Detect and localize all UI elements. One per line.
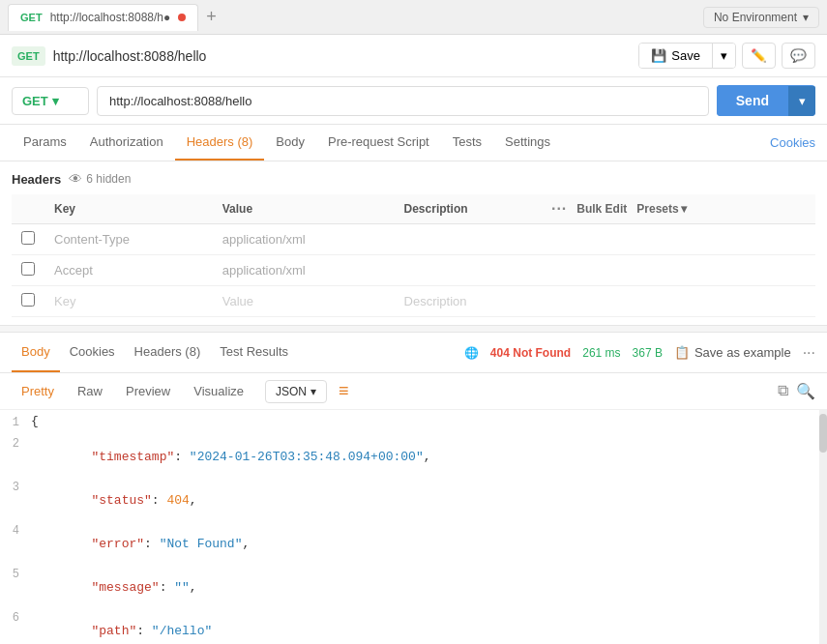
environment-label: No Environment <box>714 11 797 24</box>
headers-table: Key Value Description ··· Bulk Edit Pres… <box>12 194 815 317</box>
presets-chevron: ▾ <box>681 202 687 216</box>
tab-headers[interactable]: Headers (8) <box>175 125 265 161</box>
format-bar: Pretty Raw Preview Visualize JSON ▾ ≡ ⧉ … <box>0 373 827 410</box>
json-format-selector[interactable]: JSON ▾ <box>265 380 327 403</box>
scrollbar[interactable] <box>819 410 827 644</box>
new-tab-button[interactable]: + <box>198 7 224 27</box>
desc-cell-1 <box>395 224 542 255</box>
line-content: { <box>31 414 812 428</box>
tab-tests[interactable]: Tests <box>441 125 493 161</box>
method-value: GET <box>22 94 48 108</box>
row-checkbox-1[interactable] <box>21 231 35 245</box>
resp-tab-body[interactable]: Body <box>12 333 60 372</box>
hidden-count: 6 hidden <box>86 172 131 186</box>
save-arrow: ▾ <box>721 48 727 63</box>
tab-authorization[interactable]: Authorization <box>78 125 175 161</box>
environment-selector[interactable]: No Environment ▾ <box>703 7 819 28</box>
method-chevron: ▾ <box>52 94 59 108</box>
line-number: 1 <box>0 414 31 429</box>
response-time: 261 ms <box>582 346 620 360</box>
headers-title-row: Headers 👁 6 hidden <box>12 171 815 187</box>
value-cell-3[interactable]: Value <box>213 286 395 317</box>
method-selector[interactable]: GET ▾ <box>12 87 89 115</box>
th-checkbox <box>12 194 44 224</box>
environment-chevron: ▾ <box>803 11 809 24</box>
bulk-edit-button[interactable]: Bulk Edit <box>576 202 627 216</box>
line-number: 4 <box>0 522 31 538</box>
tab-settings[interactable]: Settings <box>493 125 562 161</box>
row-checkbox-2[interactable] <box>21 262 35 276</box>
comment-icon-button[interactable]: 💬 <box>782 43 815 69</box>
fmt-tab-visualize[interactable]: Visualize <box>184 379 253 403</box>
save-button[interactable]: 💾 Save <box>639 44 712 68</box>
cookies-link[interactable]: Cookies <box>770 126 815 160</box>
code-line-2: 2 "timestamp": "2024-01-26T03:35:48.094+… <box>0 435 812 479</box>
scrollbar-thumb[interactable] <box>819 414 827 453</box>
save-dropdown-button[interactable]: ▾ <box>712 44 735 68</box>
tab-method: GET <box>20 12 43 23</box>
send-button-group[interactable]: Send ▾ <box>717 85 815 116</box>
resp-tab-test-results[interactable]: Test Results <box>210 333 298 372</box>
table-row: Accept application/xml <box>12 255 815 286</box>
line-content: "status": 404, <box>31 479 812 522</box>
checkbox-cell[interactable] <box>12 286 44 317</box>
active-tab[interactable]: GET http://localhost:8088/h● <box>8 4 198 31</box>
desc-cell-2 <box>395 255 542 286</box>
row-checkbox-3[interactable] <box>21 293 35 307</box>
address-bar: GET http://localhost:8088/hello 💾 Save ▾… <box>0 35 827 77</box>
save-example-button[interactable]: 📋 Save as example <box>674 345 791 360</box>
response-size: 367 B <box>633 346 663 360</box>
copy-button[interactable]: ⧉ <box>778 382 788 400</box>
send-dropdown-button[interactable]: ▾ <box>788 86 815 116</box>
code-line-4: 4 "error": "Not Found", <box>0 522 812 566</box>
save-label: Save <box>671 48 700 63</box>
resp-tab-headers[interactable]: Headers (8) <box>125 333 211 372</box>
fmt-tab-raw[interactable]: Raw <box>68 379 112 403</box>
address-actions: 💾 Save ▾ ✏️ 💬 <box>638 43 815 69</box>
format-actions: ⧉ 🔍 <box>778 382 815 400</box>
url-input[interactable] <box>97 86 709 116</box>
method-badge: GET <box>12 46 45 66</box>
value-cell-1[interactable]: application/xml <box>213 224 395 255</box>
fmt-tab-pretty[interactable]: Pretty <box>12 379 64 403</box>
send-button[interactable]: Send <box>717 85 788 116</box>
format-icon[interactable]: ≡ <box>339 381 349 401</box>
checkbox-cell[interactable] <box>12 224 44 255</box>
response-tabs: Body Cookies Headers (8) Test Results 🌐 … <box>0 333 827 373</box>
action-cell-1 <box>542 224 815 255</box>
tab-body[interactable]: Body <box>264 125 316 161</box>
save-button-group[interactable]: 💾 Save ▾ <box>638 43 736 69</box>
json-format-chevron: ▾ <box>310 385 316 398</box>
tab-params[interactable]: Params <box>12 125 78 161</box>
dots-icon[interactable]: ··· <box>551 200 567 218</box>
response-section: Body Cookies Headers (8) Test Results 🌐 … <box>0 333 827 644</box>
edit-icon-button[interactable]: ✏️ <box>742 43 776 69</box>
more-options-button[interactable]: ··· <box>803 344 815 362</box>
code-line-3: 3 "status": 404, <box>0 479 812 522</box>
fmt-tab-preview[interactable]: Preview <box>116 379 180 403</box>
line-number: 5 <box>0 566 31 581</box>
headers-label: Headers <box>12 172 61 187</box>
save-example-label: Save as example <box>694 345 791 360</box>
headers-section: Headers 👁 6 hidden Key Value Description… <box>0 161 827 317</box>
presets-button[interactable]: Presets ▾ <box>636 202 686 216</box>
status-badge: 404 Not Found <box>490 346 571 360</box>
eye-icon: 👁 <box>69 171 82 187</box>
desc-cell-3[interactable]: Description <box>395 286 542 317</box>
checkbox-cell[interactable] <box>12 255 44 286</box>
resp-tab-cookies[interactable]: Cookies <box>60 333 125 372</box>
request-line: GET ▾ Send ▾ <box>0 77 827 125</box>
search-button[interactable]: 🔍 <box>796 382 815 400</box>
key-cell-1[interactable]: Content-Type <box>44 224 213 255</box>
browser-tab-bar: GET http://localhost:8088/h● + No Enviro… <box>0 0 827 35</box>
value-cell-2[interactable]: application/xml <box>213 255 395 286</box>
action-cell-3 <box>542 286 815 317</box>
code-area: 1 { 2 "timestamp": "2024-01-26T03:35:48.… <box>0 410 827 644</box>
section-divider <box>0 325 827 333</box>
tab-pre-request[interactable]: Pre-request Script <box>316 125 441 161</box>
table-row: Key Value Description <box>12 286 815 317</box>
tab-url: http://localhost:8088/h● <box>50 11 171 24</box>
key-cell-3[interactable]: Key <box>44 286 213 317</box>
key-cell-2[interactable]: Accept <box>44 255 213 286</box>
line-number: 6 <box>0 609 31 625</box>
